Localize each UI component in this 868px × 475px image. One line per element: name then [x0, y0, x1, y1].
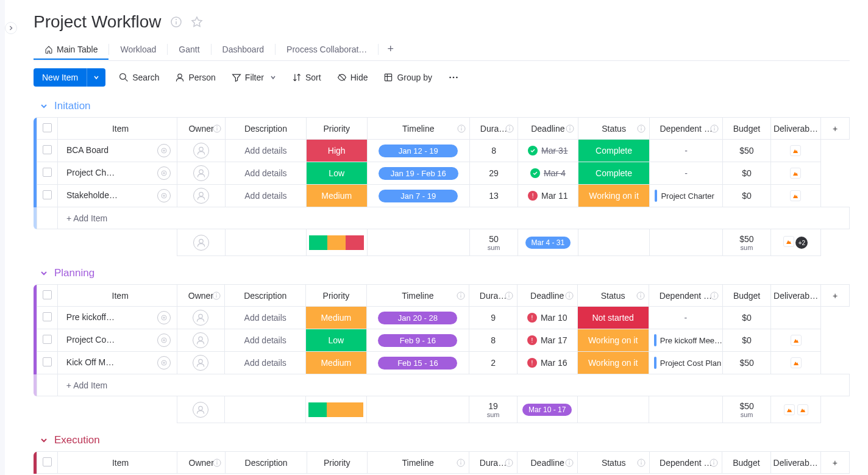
- description-cell[interactable]: Add details: [225, 162, 306, 185]
- budget-cell[interactable]: $50: [723, 352, 771, 374]
- col-timeline[interactable]: Timeline: [367, 452, 469, 474]
- search-button[interactable]: Search: [116, 69, 162, 86]
- new-item-dropdown[interactable]: [87, 68, 105, 87]
- new-item-button[interactable]: New Item: [34, 68, 87, 87]
- budget-cell[interactable]: $0: [722, 185, 770, 207]
- col-status[interactable]: Status: [577, 285, 649, 307]
- tab-main-table[interactable]: Main Table: [34, 40, 108, 59]
- col-budget[interactable]: Budget: [722, 118, 770, 140]
- hide-button[interactable]: Hide: [335, 69, 371, 86]
- status-cell[interactable]: Working on it: [578, 185, 650, 207]
- add-tab-button[interactable]: +: [379, 38, 402, 60]
- timeline-cell[interactable]: Jan 7 - 19: [367, 185, 470, 207]
- dependent-cell[interactable]: Project Cost Plan: [649, 352, 722, 374]
- deliverables-cell[interactable]: [771, 352, 821, 374]
- duration-cell[interactable]: 2: [469, 352, 518, 374]
- col-dependent[interactable]: Dependent …: [650, 452, 722, 474]
- duration-cell[interactable]: 8: [469, 329, 518, 352]
- item-name-cell[interactable]: Stakeholde…: [57, 185, 177, 207]
- description-cell[interactable]: Add details: [225, 352, 306, 374]
- owner-cell[interactable]: [177, 162, 226, 185]
- dependent-cell[interactable]: Pre kickoff Mee…: [649, 329, 722, 352]
- status-cell[interactable]: Working on it: [577, 329, 649, 352]
- description-cell[interactable]: Add details: [225, 329, 306, 352]
- add-item-button[interactable]: + Add Item: [57, 207, 849, 229]
- expand-row-icon[interactable]: [157, 144, 171, 157]
- col-duration[interactable]: Dura…: [470, 118, 518, 140]
- col-status[interactable]: Status: [578, 118, 650, 140]
- priority-cell[interactable]: Low: [306, 162, 367, 185]
- avatar[interactable]: [193, 165, 209, 181]
- col-duration[interactable]: Dura…: [469, 285, 518, 307]
- tab-dashboard[interactable]: Dashboard: [212, 40, 276, 59]
- dependent-cell[interactable]: Project Charter: [650, 185, 722, 207]
- avatar[interactable]: [193, 235, 209, 251]
- item-name-cell[interactable]: Pre kickoff…: [57, 307, 177, 329]
- groupby-button[interactable]: Group by: [381, 69, 435, 86]
- duration-cell[interactable]: 13: [470, 185, 518, 207]
- select-all-checkbox[interactable]: [43, 123, 52, 132]
- expand-row-icon[interactable]: [157, 334, 171, 347]
- add-item-button[interactable]: + Add Item: [57, 374, 849, 396]
- avatar[interactable]: [193, 310, 208, 326]
- sort-button[interactable]: Sort: [290, 69, 324, 86]
- expand-row-icon[interactable]: [157, 311, 171, 324]
- owner-cell[interactable]: [177, 352, 225, 374]
- col-deliverables[interactable]: Deliverab…: [770, 118, 820, 140]
- timeline-cell[interactable]: Jan 12 - 19: [367, 140, 470, 162]
- col-priority[interactable]: Priority: [306, 118, 367, 140]
- description-cell[interactable]: Add details: [225, 307, 306, 329]
- col-priority[interactable]: Priority: [307, 452, 367, 474]
- col-deadline[interactable]: Deadline: [518, 118, 578, 140]
- deliverables-cell[interactable]: [771, 329, 821, 352]
- group-title[interactable]: Initation: [54, 100, 91, 112]
- budget-cell[interactable]: $0: [723, 307, 771, 329]
- deadline-cell[interactable]: !Mar 17: [517, 329, 577, 352]
- expand-row-icon[interactable]: [157, 189, 171, 202]
- dependent-cell[interactable]: -: [650, 162, 722, 185]
- avatar[interactable]: [193, 188, 209, 204]
- document-icon[interactable]: [790, 168, 801, 179]
- deadline-cell[interactable]: !Mar 11: [518, 185, 578, 207]
- col-owner[interactable]: Owner: [177, 285, 225, 307]
- owner-cell[interactable]: [177, 329, 225, 352]
- col-deliverables[interactable]: Deliverab…: [770, 452, 820, 474]
- deadline-cell[interactable]: !Mar 10: [517, 307, 577, 329]
- col-deliverables[interactable]: Deliverab…: [771, 285, 821, 307]
- owner-cell[interactable]: [177, 185, 226, 207]
- document-icon[interactable]: [783, 236, 794, 247]
- deadline-cell[interactable]: Mar 4: [518, 162, 578, 185]
- col-dependent[interactable]: Dependent …: [650, 118, 722, 140]
- add-column-button[interactable]: +: [820, 452, 849, 474]
- priority-cell[interactable]: High: [306, 140, 367, 162]
- row-checkbox[interactable]: [43, 312, 52, 321]
- col-item[interactable]: Item: [57, 118, 177, 140]
- dependent-cell[interactable]: -: [650, 140, 722, 162]
- col-timeline[interactable]: Timeline: [366, 285, 469, 307]
- row-checkbox[interactable]: [43, 357, 52, 366]
- item-name-cell[interactable]: Project Ch…: [57, 162, 177, 185]
- col-item[interactable]: Item: [57, 285, 177, 307]
- col-description[interactable]: Description: [225, 285, 306, 307]
- col-deadline[interactable]: Deadline: [517, 285, 577, 307]
- col-duration[interactable]: Dura…: [469, 452, 517, 474]
- priority-cell[interactable]: Medium: [306, 352, 367, 374]
- priority-cell[interactable]: Low: [306, 329, 367, 352]
- document-icon[interactable]: [791, 335, 802, 346]
- add-column-button[interactable]: +: [821, 285, 850, 307]
- owner-cell[interactable]: [177, 140, 226, 162]
- deliverables-cell[interactable]: [770, 140, 820, 162]
- col-budget[interactable]: Budget: [723, 285, 771, 307]
- dependent-cell[interactable]: -: [649, 307, 722, 329]
- col-status[interactable]: Status: [578, 452, 650, 474]
- row-checkbox[interactable]: [43, 335, 52, 344]
- document-icon[interactable]: [784, 404, 795, 415]
- select-all-checkbox[interactable]: [43, 457, 52, 466]
- timeline-cell[interactable]: Feb 15 - 16: [366, 352, 469, 374]
- deadline-cell[interactable]: Mar 31: [518, 140, 578, 162]
- timeline-cell[interactable]: Jan 19 - Feb 16: [367, 162, 470, 185]
- deliverables-cell[interactable]: [770, 185, 820, 207]
- document-icon[interactable]: [791, 357, 802, 368]
- document-icon[interactable]: [790, 190, 801, 201]
- tab-gantt[interactable]: Gantt: [168, 40, 210, 59]
